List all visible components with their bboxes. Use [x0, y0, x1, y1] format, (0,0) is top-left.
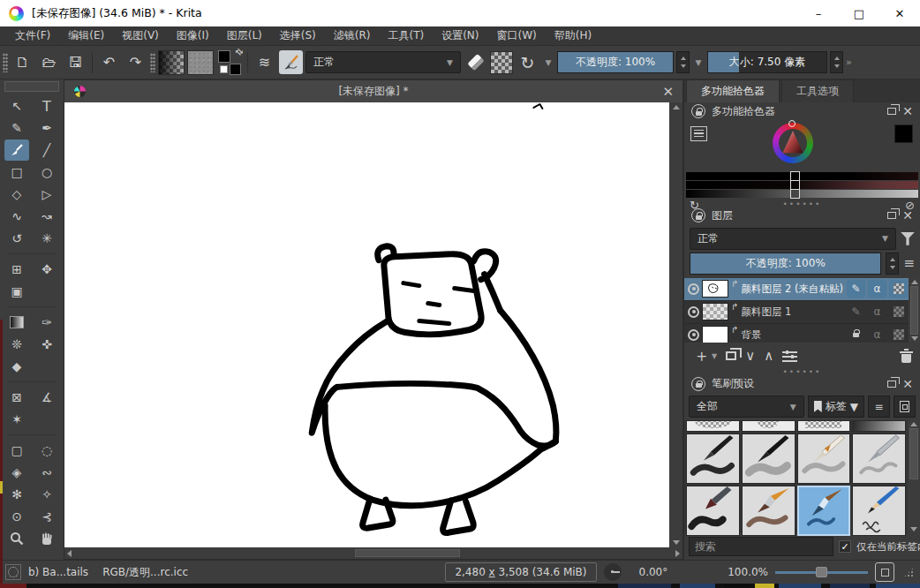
zoom-slider-handle[interactable] — [816, 567, 827, 577]
layer-visibility-icon[interactable] — [688, 283, 699, 295]
layer-opacity-spinner[interactable] — [886, 253, 899, 275]
scroll-down-icon[interactable] — [910, 527, 917, 531]
brush-option-list-icon[interactable]: ≋ — [253, 50, 276, 74]
layer-inherit-alpha-icon[interactable]: α — [868, 303, 886, 320]
tool-edit-shapes[interactable]: ✎ — [4, 117, 29, 139]
tool-bezier-curve[interactable]: ∿ — [4, 206, 29, 227]
layer-alpha-lock-icon[interactable] — [889, 303, 908, 320]
tool-text[interactable]: T — [34, 95, 59, 117]
layer-alpha-lock-icon[interactable] — [889, 326, 908, 343]
tool-freehand-select[interactable]: ∾ — [34, 462, 59, 483]
foreground-color[interactable] — [218, 50, 230, 63]
float-docker-icon[interactable] — [887, 381, 896, 388]
layer-list-scrollbar[interactable] — [909, 278, 920, 343]
menu-settings[interactable]: 设置(N) — [434, 28, 486, 43]
undo-icon[interactable]: ↶ — [97, 50, 121, 74]
brush-size-spinner[interactable] — [830, 51, 843, 73]
duplicate-layer-button[interactable] — [726, 351, 736, 360]
opacity-slider[interactable]: 不透明度: 100% — [557, 51, 674, 73]
layer-pixel-lock-icon[interactable]: ✎ — [847, 303, 865, 320]
tool-freehand-brush[interactable] — [4, 139, 29, 161]
tool-zoom[interactable] — [4, 528, 29, 549]
menu-help[interactable]: 帮助(H) — [547, 28, 600, 43]
no-color-icon[interactable]: ⊘ — [905, 199, 915, 212]
add-layer-button[interactable]: ＋▼ — [693, 344, 717, 367]
scroll-thumb[interactable] — [910, 286, 918, 335]
color-bar-3[interactable] — [686, 190, 918, 198]
pattern-swatch[interactable] — [187, 50, 214, 75]
opacity-spinner[interactable] — [676, 51, 690, 73]
move-layer-down-button[interactable]: ∨ — [745, 348, 755, 364]
tool-pan[interactable] — [34, 528, 59, 549]
search-scope-checkbox[interactable]: ✓ — [839, 540, 851, 553]
brush-preset-tile[interactable] — [686, 420, 740, 432]
tool-dynamic-brush[interactable]: ↺ — [4, 228, 29, 249]
brush-preset-tile[interactable] — [742, 420, 796, 432]
menu-tools[interactable]: 工具(T) — [380, 28, 432, 43]
background-color[interactable] — [230, 64, 241, 75]
scroll-left-icon[interactable] — [67, 550, 72, 557]
layer-thumbnail[interactable] — [702, 326, 728, 343]
tab-tool-options[interactable]: 工具选项 — [781, 79, 854, 102]
toolbar-drag-handle[interactable] — [3, 53, 8, 72]
current-color-swatch[interactable] — [894, 124, 913, 143]
save-icon[interactable]: 🖫 — [64, 50, 87, 74]
layer-visibility-icon[interactable] — [688, 306, 699, 318]
opacity-dropdown-arrow[interactable]: ▼ — [692, 58, 705, 67]
layer-row[interactable]: ↱ 颜料图层 1 ✎ α — [684, 301, 920, 324]
layer-inherit-alpha-icon[interactable]: α — [868, 280, 886, 298]
layer-alpha-lock-icon[interactable] — [889, 280, 908, 298]
tool-fill[interactable]: ◆ — [4, 356, 29, 377]
scroll-down-icon[interactable] — [673, 540, 680, 545]
tool-select-shapes[interactable]: ↖ — [4, 95, 29, 117]
layer-row[interactable]: ↱ 背景 α — [684, 324, 920, 343]
tool-crop[interactable]: ▣ — [4, 281, 29, 302]
tool-line[interactable]: ╱ — [34, 139, 59, 161]
menu-view[interactable]: 视图(V) — [114, 28, 167, 43]
docker-splitter[interactable]: •••••• — [684, 368, 920, 374]
tool-gradient[interactable] — [4, 312, 29, 333]
selection-mode-icon[interactable] — [5, 564, 21, 580]
brush-preset-tile[interactable] — [686, 486, 740, 536]
tool-pattern-edit[interactable]: ❊ — [4, 334, 29, 355]
menu-window[interactable]: 窗口(W) — [489, 28, 545, 43]
scroll-up-icon[interactable] — [911, 280, 918, 284]
brush-preset-tile[interactable] — [742, 486, 796, 536]
current-brush-name[interactable]: b) Ba...tails — [28, 566, 88, 578]
document-tab[interactable]: [未保存图像] * ✕ — [64, 80, 682, 102]
tab-advanced-color-selector[interactable]: 多功能拾色器 — [686, 79, 780, 102]
layer-options-menu-icon[interactable]: ≡ — [903, 255, 915, 271]
tool-bezier-select[interactable]: ⊰ — [34, 506, 59, 527]
brush-grid-scrollbar[interactable] — [908, 420, 920, 533]
docker-lock-icon[interactable] — [691, 104, 705, 118]
color-profile[interactable]: RGB/透明...rc.icc — [102, 565, 188, 580]
tool-rectangle[interactable]: □ — [4, 162, 29, 183]
tool-color-sampler[interactable]: ✑ — [34, 312, 59, 333]
redo-icon[interactable]: ↷ — [124, 50, 147, 74]
float-docker-icon[interactable] — [887, 212, 896, 219]
tool-multibrush[interactable]: ✳ — [34, 228, 59, 249]
tool-polygon[interactable]: ◇ — [4, 184, 29, 205]
refresh-colors-icon[interactable]: ↻ — [690, 199, 699, 212]
brush-size-slider[interactable]: 大小: 7.50 像素 — [707, 51, 827, 73]
eraser-mode-icon[interactable] — [464, 50, 487, 74]
layer-row[interactable]: ↱ 颜料图层 2 (来自粘贴) ✎ α — [684, 278, 920, 301]
brush-preset-tile[interactable] — [852, 486, 906, 536]
layer-properties-button[interactable] — [782, 351, 797, 362]
brush-preset-tile-selected[interactable] — [797, 486, 851, 536]
tool-ellipse-select[interactable]: ◌ — [34, 440, 59, 461]
tool-rect-select[interactable]: ▢ — [4, 440, 29, 461]
layer-blend-mode-dropdown[interactable]: 正常 ▼ — [690, 228, 896, 250]
tool-freehand-path[interactable]: ↝ — [34, 206, 59, 227]
canvas-vertical-scrollbar[interactable] — [669, 102, 682, 547]
close-button[interactable]: ✕ — [879, 0, 920, 26]
color-bar-2[interactable] — [686, 181, 918, 189]
menu-layer[interactable]: 图层(L) — [219, 28, 270, 43]
layer-filter-icon[interactable] — [901, 232, 915, 245]
brush-preset-tile[interactable] — [797, 420, 851, 432]
close-docker-icon[interactable]: ✕ — [902, 105, 913, 117]
preserve-alpha-icon[interactable] — [490, 51, 513, 74]
close-docker-icon[interactable]: ✕ — [902, 378, 913, 390]
layer-thumbnail[interactable] — [702, 280, 728, 298]
tool-color-select[interactable]: ✧ — [34, 484, 59, 505]
